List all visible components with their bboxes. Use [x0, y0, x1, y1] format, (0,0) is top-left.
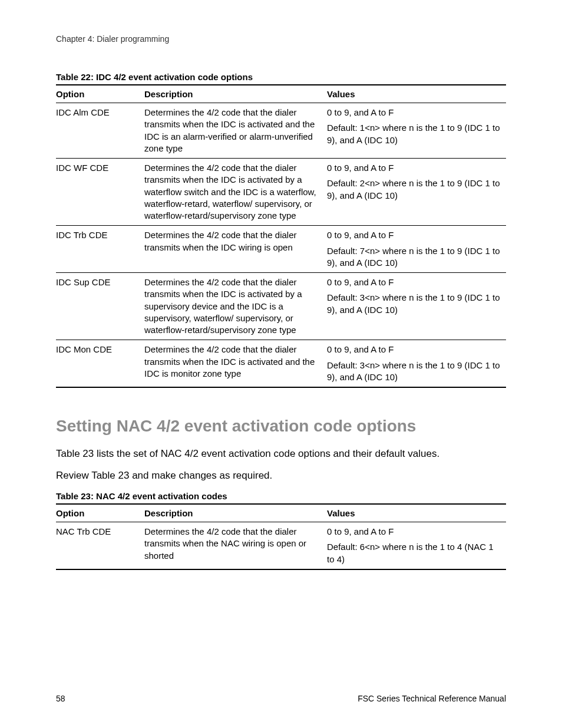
cell-values: 0 to 9, and A to F Default: 3<n> where n… [327, 273, 506, 340]
values-range: 0 to 9, and A to F [327, 276, 500, 288]
col-header-values: Values [327, 504, 506, 522]
manual-title: FSC Series Technical Reference Manual [358, 694, 506, 703]
values-default: Default: 2<n> where n is the 1 to 9 (IDC… [327, 177, 500, 202]
cell-values: 0 to 9, and A to F Default: 7<n> where n… [327, 226, 506, 273]
values-default: Default: 3<n> where n is the 1 to 9 (IDC… [327, 360, 500, 384]
cell-values: 0 to 9, and A to F Default: 6<n> where n… [327, 522, 506, 569]
col-header-description: Description [144, 85, 327, 103]
cell-description: Determines the 4/2 code that the dialer … [144, 273, 327, 340]
values-default: Default: 1<n> where n is the 1 to 9 (IDC… [327, 122, 500, 146]
table-header-row: Option Description Values [56, 85, 506, 103]
values-default: Default: 6<n> where n is the 1 to 4 (NAC… [327, 541, 500, 565]
page: Chapter 4: Dialer programming Table 22: … [0, 0, 562, 728]
cell-description: Determines the 4/2 code that the dialer … [144, 159, 327, 226]
table-23-caption: Table 23: NAC 4/2 event activation codes [56, 491, 506, 501]
cell-description: Determines the 4/2 code that the dialer … [144, 226, 327, 273]
cell-option: IDC Trb CDE [56, 226, 144, 273]
values-range: 0 to 9, and A to F [327, 344, 500, 355]
cell-option: NAC Trb CDE [56, 522, 144, 569]
values-range: 0 to 9, and A to F [327, 526, 500, 538]
table-row: IDC Alm CDE Determines the 4/2 code that… [56, 103, 506, 159]
col-header-values: Values [327, 85, 506, 103]
table-row: IDC Mon CDE Determines the 4/2 code that… [56, 340, 506, 387]
table-22: Option Description Values IDC Alm CDE De… [56, 84, 506, 388]
table-header-row: Option Description Values [56, 504, 506, 522]
values-default: Default: 7<n> where n is the 1 to 9 (IDC… [327, 245, 500, 269]
table-row: IDC Trb CDE Determines the 4/2 code that… [56, 226, 506, 273]
section-heading: Setting NAC 4/2 event activation code op… [56, 416, 506, 436]
page-footer: 58 FSC Series Technical Reference Manual [56, 694, 506, 703]
values-default: Default: 3<n> where n is the 1 to 9 (IDC… [327, 292, 500, 316]
values-range: 0 to 9, and A to F [327, 162, 500, 174]
cell-option: IDC Mon CDE [56, 340, 144, 387]
table-row: IDC Sup CDE Determines the 4/2 code that… [56, 273, 506, 340]
col-header-description: Description [144, 504, 327, 522]
cell-values: 0 to 9, and A to F Default: 3<n> where n… [327, 340, 506, 387]
cell-option: IDC WF CDE [56, 159, 144, 226]
values-range: 0 to 9, and A to F [327, 107, 500, 118]
cell-description: Determines the 4/2 code that the dialer … [144, 522, 327, 569]
cell-option: IDC Sup CDE [56, 273, 144, 340]
table-22-caption: Table 22: IDC 4/2 event activation code … [56, 72, 506, 82]
cell-option: IDC Alm CDE [56, 103, 144, 159]
body-paragraph: Table 23 lists the set of NAC 4/2 event … [56, 447, 506, 461]
cell-description: Determines the 4/2 code that the dialer … [144, 103, 327, 159]
body-paragraph: Review Table 23 and make changes as requ… [56, 469, 506, 483]
values-range: 0 to 9, and A to F [327, 229, 500, 241]
page-number: 58 [56, 694, 65, 703]
col-header-option: Option [56, 504, 144, 522]
cell-description: Determines the 4/2 code that the dialer … [144, 340, 327, 387]
col-header-option: Option [56, 85, 144, 103]
chapter-header: Chapter 4: Dialer programming [56, 34, 506, 44]
cell-values: 0 to 9, and A to F Default: 1<n> where n… [327, 103, 506, 159]
table-row: NAC Trb CDE Determines the 4/2 code that… [56, 522, 506, 569]
cell-values: 0 to 9, and A to F Default: 2<n> where n… [327, 159, 506, 226]
table-row: IDC WF CDE Determines the 4/2 code that … [56, 159, 506, 226]
table-23: Option Description Values NAC Trb CDE De… [56, 503, 506, 570]
